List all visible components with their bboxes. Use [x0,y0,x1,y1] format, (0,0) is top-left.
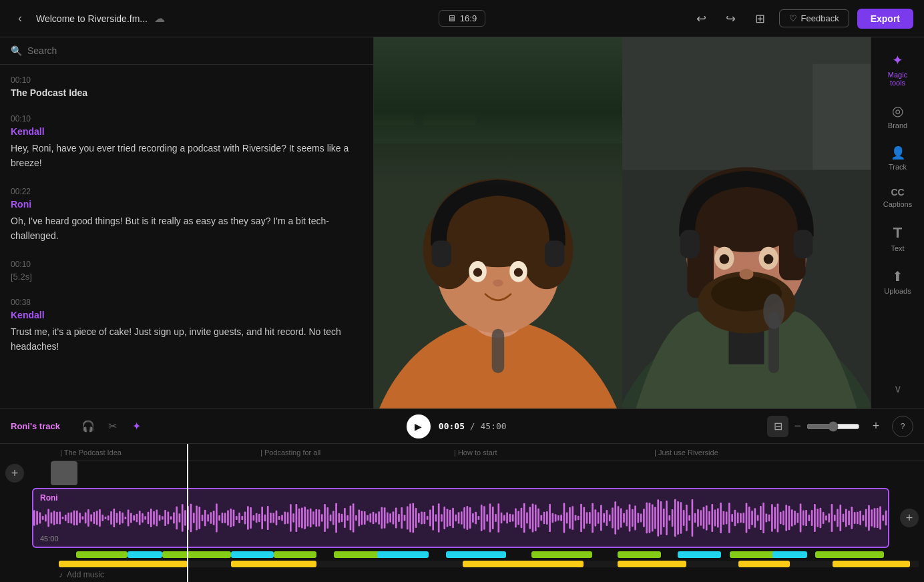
svg-rect-301 [780,512,782,524]
svg-rect-330 [863,515,865,521]
sidebar-item-text[interactable]: T Text [875,218,921,259]
svg-rect-322 [839,505,841,531]
zoom-in-button[interactable]: + [865,416,887,437]
svg-rect-250 [634,506,636,531]
svg-rect-271 [694,513,696,523]
sidebar-item-label: Text [891,244,904,252]
export-button[interactable]: Export [857,9,913,29]
svg-rect-213 [529,507,531,529]
magic-button[interactable]: ✦ [127,417,146,436]
svg-rect-307 [796,513,798,523]
redo-button[interactable]: ↪ [720,8,742,29]
svg-rect-142 [326,507,328,529]
playhead[interactable] [187,444,188,582]
topbar-center: 🖥 16:9 [439,10,485,27]
svg-rect-234 [589,512,591,524]
list-item: 00:10 [5.2s] [11,260,363,282]
time-current: 00:05 [439,421,465,431]
sidebar-item-uploads[interactable]: ⬆ Uploads [875,262,921,302]
zoom-slider[interactable] [806,421,860,432]
svg-point-38 [763,294,784,329]
svg-rect-251 [638,513,640,523]
svg-rect-100 [207,515,209,522]
sidebar-item-track[interactable]: 👤 Track [875,139,921,178]
svg-rect-86 [168,512,170,525]
sidebar-chevron-down[interactable]: ∨ [889,377,907,400]
help-button[interactable]: ? [892,416,913,437]
captions-icon: CC [891,187,904,198]
sidebar-item-brand[interactable]: ◎ Brand [875,96,921,136]
svg-rect-260 [663,509,665,527]
transcript-gap: [5.2s] [11,272,363,282]
svg-rect-120 [264,515,266,522]
svg-rect-272 [697,509,699,527]
waveform-container[interactable]: Roni 45:00 [32,488,889,548]
caption-block [231,551,274,558]
svg-rect-146 [338,513,340,523]
edit-button[interactable]: ✂ [103,417,122,436]
caption-block [76,551,128,558]
svg-rect-16 [545,240,564,267]
svg-rect-201 [495,514,497,522]
svg-rect-55 [79,513,81,523]
svg-rect-238 [600,505,602,531]
caption-block [274,551,316,558]
svg-rect-249 [632,509,634,527]
svg-rect-288 [742,513,744,523]
svg-rect-41 [39,512,41,523]
svg-rect-1 [374,37,622,143]
svg-rect-78 [144,516,146,520]
transcript-time: 00:38 [11,298,363,307]
sidebar-item-magic-tools[interactable]: ✦ Magic tools [875,45,921,93]
svg-rect-62 [99,509,101,527]
feedback-button[interactable]: ♡ Feedback [779,9,849,27]
aspect-ratio-button[interactable]: 🖥 16:9 [439,10,485,27]
add-track-left-button[interactable]: + [5,464,24,483]
svg-rect-278 [714,510,716,527]
svg-rect-179 [432,505,434,530]
svg-rect-192 [469,507,471,529]
svg-rect-71 [125,517,127,519]
add-track-right-button[interactable]: + [900,509,919,527]
sidebar-item-label: Brand [888,121,907,129]
svg-rect-153 [358,510,360,527]
magic-tools-icon: ✦ [892,52,903,68]
svg-rect-170 [407,507,409,530]
svg-rect-81 [153,511,155,525]
svg-rect-335 [877,508,879,528]
svg-rect-111 [238,513,240,523]
svg-rect-130 [292,513,294,523]
sidebar-item-label: Uploads [884,287,911,295]
svg-rect-304 [788,506,790,530]
minus-icon: − [794,419,801,433]
svg-rect-270 [692,499,694,537]
undo-button[interactable]: ↩ [691,8,712,29]
svg-rect-193 [472,513,474,523]
transcript-content: 00:10 The Podcast Idea 00:10 Kendall Hey… [0,65,373,408]
caption-block [446,551,506,558]
svg-rect-40 [36,511,38,525]
search-input[interactable] [27,45,363,56]
section-title: The Podcast Idea [11,87,363,98]
svg-rect-185 [449,510,451,526]
back-button[interactable]: ‹ [11,9,29,28]
svg-point-34 [739,269,753,280]
person2-video [622,37,871,408]
svg-rect-54 [76,511,78,525]
project-title: Welcome to Riverside.fm... [36,13,148,24]
layout-toggle-button[interactable]: ⊟ [767,416,788,437]
svg-rect-285 [734,510,736,527]
transcript-time: 00:22 [11,187,363,196]
caption-block [162,551,231,558]
svg-rect-110 [236,516,238,520]
play-button[interactable]: ▶ [407,414,431,439]
right-sidebar: ✦ Magic tools ◎ Brand 👤 Track CC Caption… [871,37,924,408]
topbar-right: ↩ ↪ ⊞ ♡ Feedback Export [485,8,913,29]
layout-button[interactable]: ⊞ [750,8,771,29]
section-label-2: | How to start [454,449,497,457]
section-label-0: | The Podcast Idea [60,449,122,457]
headphones-button[interactable]: 🎧 [79,417,97,436]
svg-rect-56 [82,516,84,519]
sidebar-item-captions[interactable]: CC Captions [875,180,921,215]
add-music-button[interactable]: ♪ Add music [59,570,104,579]
